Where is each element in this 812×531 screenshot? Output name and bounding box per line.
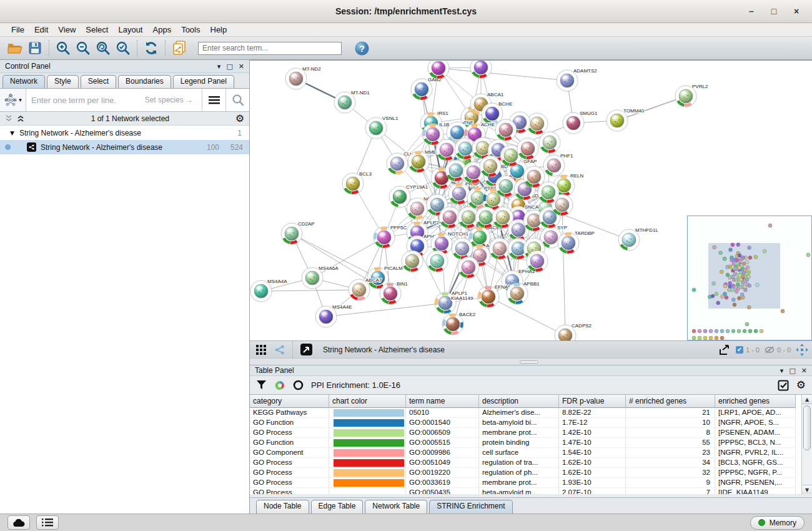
network-node[interactable] — [402, 251, 423, 272]
expand-all-icon[interactable] — [17, 115, 25, 122]
network-node-CD2AP[interactable]: CD2AP — [281, 221, 315, 244]
grid-view-button[interactable] — [254, 340, 269, 359]
network-node-APLP1[interactable]: APLP1KIAA1149 — [435, 290, 473, 314]
network-node-EFNA5[interactable]: EFNA5 — [478, 284, 511, 307]
scroll-up-icon[interactable]: ▲ — [802, 395, 812, 404]
network-node-MS4A4E[interactable]: MS4A4E — [315, 304, 352, 327]
tab-network-table[interactable]: Network Table — [365, 500, 427, 514]
scrollbar-thumb[interactable] — [803, 405, 811, 450]
scroll-down-icon[interactable]: ▼ — [802, 485, 812, 494]
minimize-icon[interactable]: – — [745, 4, 758, 18]
network-node[interactable] — [538, 182, 559, 203]
panel-float-icon[interactable]: □ — [789, 367, 795, 374]
network-node[interactable] — [439, 207, 460, 228]
table-row[interactable]: GO ProcessGO:0033619membrane prot...1.93… — [250, 478, 812, 488]
network-node[interactable] — [436, 139, 457, 161]
gear-icon[interactable]: ⚙ — [235, 114, 244, 124]
menu-layout[interactable]: Layout — [113, 24, 147, 35]
birds-eye-view[interactable] — [687, 216, 812, 340]
tree-expander-icon[interactable]: ▼ — [10, 130, 14, 136]
network-node[interactable] — [428, 61, 449, 79]
zoom-in-button[interactable] — [53, 39, 73, 57]
menu-edit[interactable]: Edit — [29, 24, 53, 35]
task-list-button[interactable] — [36, 515, 59, 530]
column-header-FDR-p-value[interactable]: FDR p-value — [559, 395, 626, 408]
network-node[interactable] — [495, 119, 517, 141]
menu-apps[interactable]: Apps — [148, 24, 177, 35]
string-options-button[interactable] — [202, 89, 225, 111]
maximize-icon[interactable]: □ — [767, 4, 781, 18]
table-row[interactable]: GO FunctionGO:0001540beta-amyloid bi...1… — [250, 418, 812, 428]
table-row[interactable]: GO ProcessGO:0019220regulation of ph...1… — [250, 468, 812, 478]
network-node[interactable] — [495, 176, 517, 197]
gear-icon[interactable]: ⚙ — [796, 380, 806, 390]
network-node[interactable] — [470, 61, 492, 78]
network-node-ABCA7[interactable]: ABCA7 — [349, 277, 382, 300]
network-collection-row[interactable]: ▼ String Network - Alzheimer's disease 1 — [0, 126, 249, 140]
save-session-button[interactable] — [25, 39, 45, 57]
memory-button[interactable]: Memory — [750, 516, 805, 530]
annotation-mode-button[interactable] — [298, 340, 314, 359]
export-icon[interactable] — [718, 344, 731, 355]
network-node-BACE2[interactable]: BACE2 — [442, 312, 476, 335]
tab-boundaries[interactable]: Boundaries — [118, 75, 171, 88]
network-node[interactable] — [452, 238, 473, 259]
panel-close-icon[interactable]: ✕ — [239, 63, 244, 70]
network-node[interactable] — [480, 156, 501, 177]
tab-node-table[interactable]: Node Table — [256, 500, 309, 514]
table-row[interactable]: GO ProcessGO:0051049regulation of tra...… — [250, 458, 812, 468]
network-node[interactable] — [527, 251, 548, 272]
network-node[interactable] — [517, 138, 538, 159]
string-source-button[interactable]: STRING ▾ — [0, 89, 26, 111]
open-session-button[interactable] — [5, 39, 25, 57]
column-header-chart-color[interactable]: chart color — [329, 395, 406, 408]
menu-file[interactable]: File — [6, 24, 29, 35]
panel-float-icon[interactable]: □ — [226, 63, 232, 70]
network-node[interactable] — [539, 132, 560, 153]
horizontal-splitter[interactable] — [250, 358, 812, 365]
menu-help[interactable]: Help — [205, 24, 232, 35]
network-node[interactable] — [489, 238, 510, 259]
panel-close-icon[interactable]: ✕ — [801, 367, 807, 374]
close-icon[interactable]: × — [790, 4, 803, 18]
donut-chart-icon[interactable] — [274, 380, 285, 391]
filter-icon[interactable] — [256, 380, 267, 390]
help-button[interactable]: ? — [352, 39, 372, 57]
splitter-grip[interactable] — [520, 360, 538, 364]
network-node-ADAMTS2[interactable]: ADAMTS2 — [557, 68, 597, 91]
network-canvas[interactable]: MT-ND2MT-ND1VSNL1GAB2ADAMTS2SMUG1TOMM40P… — [250, 60, 812, 340]
network-node[interactable] — [427, 251, 448, 272]
table-row[interactable]: GO ProcessGO:0006509membrane prot...1.42… — [250, 428, 812, 438]
panel-menu-icon[interactable]: ▾ — [780, 367, 784, 374]
network-from-file-button[interactable] — [169, 39, 189, 57]
string-search-button[interactable] — [225, 89, 249, 111]
zoom-fit-button[interactable] — [93, 39, 113, 57]
column-header-description[interactable]: description — [479, 395, 559, 408]
network-node-PHF1[interactable]: PHF1 — [543, 153, 573, 176]
menu-tools[interactable]: Tools — [176, 24, 205, 35]
menu-view[interactable]: View — [53, 24, 81, 35]
network-node-CADPS2[interactable]: CADPS2 — [555, 323, 592, 340]
tab-network[interactable]: Network — [2, 75, 45, 88]
tab-select[interactable]: Select — [81, 75, 116, 88]
network-node-VSNL1[interactable]: VSNL1 — [365, 116, 399, 139]
selected-checkbox-icon[interactable]: ✔ — [736, 346, 743, 354]
table-scrollbar[interactable]: ▲ ▼ — [801, 395, 812, 494]
table-row[interactable]: GO FunctionGO:0005515protein binding1.47… — [250, 438, 812, 448]
cloud-status-button[interactable] — [7, 515, 30, 530]
collapse-all-icon[interactable] — [5, 115, 13, 122]
ring-chart-icon[interactable] — [293, 380, 304, 390]
network-node-PVRL2[interactable]: PVRL2 — [675, 84, 708, 107]
network-node-MS4A6A[interactable]: MS4A6A — [302, 266, 339, 289]
birds-eye-toggle-icon[interactable] — [796, 344, 808, 356]
refresh-layout-button[interactable] — [141, 39, 161, 57]
share-view-button[interactable] — [272, 340, 287, 359]
network-node-PPP5C[interactable]: PPP5C — [374, 225, 407, 248]
string-query-input[interactable]: Enter one term per line. Set species → — [26, 89, 202, 111]
zoom-selected-button[interactable] — [113, 39, 133, 57]
select-columns-icon[interactable] — [778, 380, 789, 391]
network-node-APBB1[interactable]: APBB1 — [507, 281, 540, 304]
network-node[interactable] — [458, 257, 479, 278]
network-node-MT-ND1[interactable]: MT-ND1 — [334, 90, 370, 113]
table-row[interactable]: GO ComponentGO:0009986cell surface1.54E-… — [250, 448, 812, 458]
